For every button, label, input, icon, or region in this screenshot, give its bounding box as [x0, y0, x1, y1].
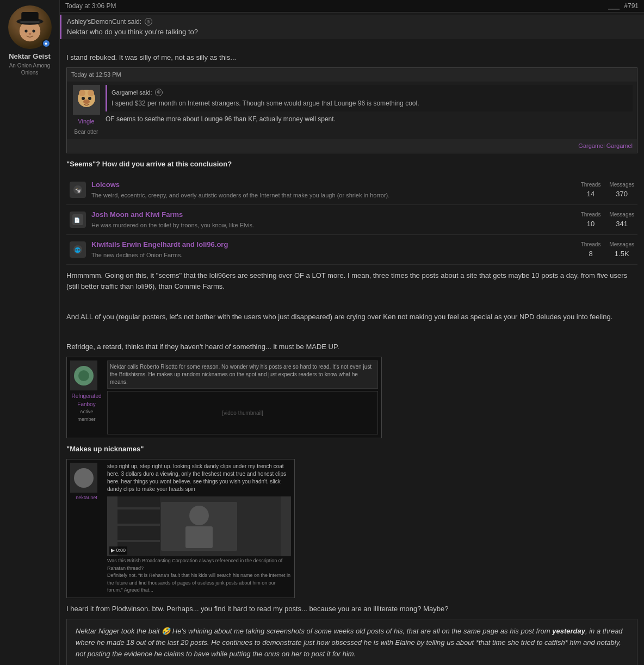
body-para3: Refridge, a retard, thinks that if they … [66, 341, 637, 352]
opening-text: I stand rebuked. It was silly of me, not… [66, 52, 637, 63]
inner-quote-expand[interactable]: ⊕ [155, 89, 163, 96]
top-quote-block: Ashley'sDemonCunt said: ⊕ Nektar who do … [60, 15, 644, 39]
body-para2: And ALL of you (regular posters, let's n… [66, 312, 637, 322]
post-timestamp: Today at 3:06 PM [65, 2, 116, 10]
thread-stat-threads-1: Threads 10 [581, 210, 601, 229]
inner-quote-text: I spend $32 per month on Internet strang… [112, 98, 628, 108]
body-para1: Hmmmmm. Going on this, it "seems" that t… [66, 270, 637, 292]
share-icon[interactable]: ⎯⎯⎯ [608, 2, 620, 10]
thread-title-1[interactable]: Josh Moon and Kiwi Farms [91, 209, 575, 220]
thread-stat-messages-label-0: Messages [609, 181, 634, 189]
svg-rect-27 [117, 507, 160, 509]
svg-point-21 [74, 468, 94, 488]
thread-stat-threads-label-1: Threads [581, 210, 601, 219]
video-caption: step right up, step right up. looking sl… [107, 463, 291, 493]
screenshot-text-1: Nektar calls Roberto Risotto for some re… [110, 363, 375, 386]
thread-stats-0: Threads 14 Messages 370 [581, 181, 634, 200]
thread-stat-messages-2: Messages 1.5K [609, 240, 634, 259]
svg-text:🐄: 🐄 [75, 187, 82, 194]
online-badge: ● [42, 39, 51, 48]
post-header: Today at 3:06 PM ⎯⎯⎯ #791 [60, 0, 644, 13]
video-frame[interactable]: ▶ 0:00 [107, 496, 291, 556]
screenshot-embed-1: Refrigerated Fanboy Active member Nektar… [66, 357, 382, 438]
thread-stat-messages-label-2: Messages [609, 240, 634, 248]
svg-point-10 [82, 97, 85, 100]
thread-stat-threads-label-0: Threads [581, 181, 601, 189]
screenshot-video-thumb: [video thumbnail] [107, 391, 378, 434]
thread-stat-messages-1: Messages 341 [609, 210, 634, 229]
thread-icon-1: 📄 [70, 212, 86, 228]
svg-point-5 [32, 29, 35, 32]
svg-point-6 [28, 33, 31, 35]
video-content: step right up, step right up. looking sl… [107, 463, 291, 594]
thread-stat-threads-label-2: Threads [581, 240, 601, 248]
svg-rect-25 [185, 526, 213, 548]
thread-desc-1: He was murdered on the toilet by troons,… [91, 221, 575, 230]
thread-stat-threads-val-2: 8 [589, 248, 592, 259]
svg-point-4 [24, 29, 27, 32]
video-username: nektar.net [70, 494, 103, 502]
user-avatar-wrap: ● [8, 5, 52, 49]
quote-author: Ashley'sDemonCunt said: [67, 18, 141, 26]
nested-quote: Today at 12:53 PM [66, 67, 637, 153]
screenshot-role-1: Active member [70, 408, 103, 423]
screenshot-image-area: Nektar calls Roberto Risotto for some re… [107, 361, 378, 389]
nested-quote-body: Vingle Bear otter Gargamel said: ⊕ I spe… [67, 82, 637, 140]
thread-stats-2: Threads 8 Messages 1.5K [581, 240, 634, 259]
italic-quote-line1: Nektar Nigger took the bait 🤣 He's whini… [76, 626, 628, 660]
nested-quote-content-area: Gargamel said: ⊕ I spend $32 per month o… [106, 85, 633, 136]
thread-stat-messages-label-1: Messages [609, 210, 634, 219]
video-footer-text: Was this British Broadcasting Corporatio… [107, 557, 291, 594]
svg-point-12 [83, 100, 90, 104]
screenshot-video-placeholder: [video thumbnail] [222, 409, 263, 417]
thread-title-0[interactable]: Lolcows [91, 179, 575, 190]
thread-desc-0: The weird, eccentric, creepy, and overly… [91, 191, 575, 200]
thread-stat-messages-val-2: 1.5K [615, 248, 629, 259]
quote-text: Nektar who do you think you're talking t… [67, 28, 639, 36]
svg-rect-29 [117, 540, 160, 542]
video-time-label: ▶ 0:00 [109, 546, 127, 555]
screenshot-user-1: Refrigerated Fanboy [70, 392, 103, 408]
quote-expand-btn[interactable]: ⊕ [145, 18, 152, 26]
svg-point-9 [88, 90, 94, 96]
thread-info-2: Kiwifails Erwin Engelhardt and loli96.or… [91, 239, 575, 260]
video-thumb-col: nektar.net [70, 463, 103, 594]
screenshot-content-1: Nektar calls Roberto Risotto for some re… [107, 361, 378, 434]
svg-rect-3 [20, 21, 39, 23]
thread-info-0: Lolcows The weird, eccentric, creepy, an… [91, 179, 575, 200]
nested-quote-timestamp: Today at 12:53 PM [71, 70, 121, 79]
sidebar-subtitle: An Onion AmongOnions [9, 62, 51, 76]
video-embed: nektar.net step right up, step right up.… [66, 459, 295, 598]
post-meta-right: ⎯⎯⎯ #791 [608, 2, 639, 10]
main-content: Today at 3:06 PM ⎯⎯⎯ #791 Ashley'sDemonC… [60, 0, 644, 665]
thread-stat-messages-0: Messages 370 [609, 181, 634, 200]
svg-point-11 [88, 97, 91, 100]
nested-quote-header: Today at 12:53 PM [67, 68, 637, 82]
quote-header: Ashley'sDemonCunt said: ⊕ [67, 18, 639, 26]
thread-stat-threads-val-1: 10 [587, 219, 595, 229]
thread-stat-threads-0: Threads 14 [581, 181, 601, 200]
video-avatar [70, 463, 97, 493]
svg-text:🌐: 🌐 [75, 247, 81, 253]
body-para4: I heard it from Plodwinson. btw. Perhaps… [66, 604, 637, 614]
nested-quote-avatar-col: Vingle Bear otter [71, 85, 101, 136]
thread-item-2: 🌐 Kiwifails Erwin Engelhardt and loli96.… [66, 235, 637, 265]
sidebar: ● Nektar Geist An Onion AmongOnions [0, 0, 60, 665]
post-number: #791 [624, 2, 639, 10]
thread-stat-threads-2: Threads 8 [581, 240, 601, 259]
thread-title-2[interactable]: Kiwifails Erwin Engelhardt and loli96.or… [91, 239, 575, 250]
thread-item-1: 📄 Josh Moon and Kiwi Farms He was murder… [66, 205, 637, 235]
screenshot-avatar-1 [70, 361, 97, 390]
sidebar-username: Nektar Geist [9, 52, 51, 60]
svg-point-20 [78, 370, 89, 381]
nested-quote-footer-user: Gargamel [578, 142, 604, 149]
screenshot-inner-1: Refrigerated Fanboy Active member Nektar… [67, 357, 381, 438]
thread-list: 🐄 Lolcows The weird, eccentric, creepy, … [66, 175, 637, 265]
thread-item-0: 🐄 Lolcows The weird, eccentric, creepy, … [66, 175, 637, 205]
thread-stat-threads-val-0: 14 [587, 189, 595, 200]
svg-point-8 [79, 90, 85, 96]
thread-stat-messages-val-1: 341 [616, 219, 628, 229]
svg-rect-2 [21, 12, 39, 22]
nested-quote-footer: Gargamel Gargamel [67, 139, 637, 153]
conclusion-question: "Seems"? How did you arrive at this conc… [66, 159, 637, 170]
